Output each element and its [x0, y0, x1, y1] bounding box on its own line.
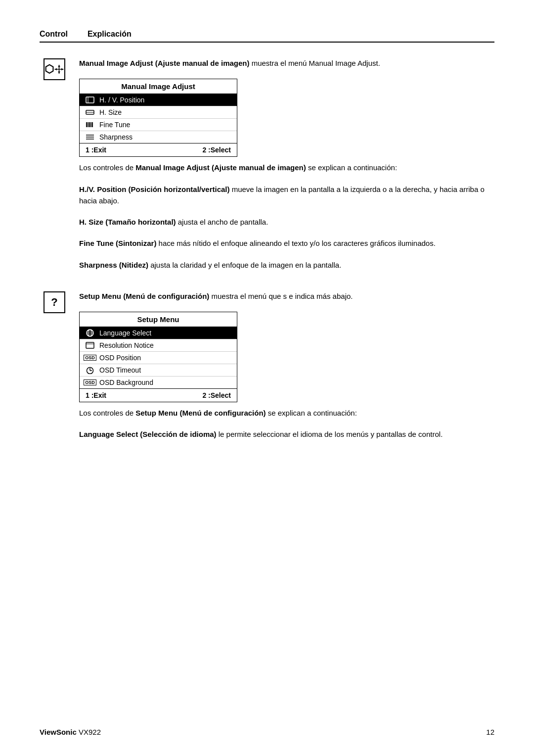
svg-marker-4	[55, 68, 57, 71]
manual-controls-description: Los controles de Manual Image Adjust (Aj…	[79, 162, 494, 173]
hv-pos-bold: H./V. Position (Posición horizontal/vert…	[79, 185, 230, 193]
setup-desc-bold: Setup Menu (Menú de configuración)	[135, 409, 266, 417]
menu-item-osd-background: OSD OSD Background	[80, 377, 237, 388]
manual-image-content: Manual Image Adjust (Ajuste manual de im…	[79, 57, 494, 281]
osd-position-label: OSD Position	[99, 354, 141, 362]
menu-item-language: Language Select	[80, 327, 237, 339]
setup-controls-description: Los controles de Setup Menu (Menú de con…	[79, 407, 494, 419]
svg-rect-6	[86, 97, 94, 103]
menu-item-resolution: Resolution Notice	[80, 339, 237, 352]
finetune-label: Fine Tune	[99, 121, 130, 129]
setup-desc-end: se explican a continuación:	[266, 409, 357, 417]
header-explanation: Explicación	[88, 30, 132, 39]
setup-menu-exit: 1 :Exit	[86, 391, 106, 399]
manual-menu-footer: 1 :Exit 2 :Select	[80, 143, 237, 156]
fine-tune-icon	[86, 121, 94, 128]
setup-menu-table: Setup Menu Language Select	[79, 312, 237, 402]
osd-background-label: OSD Background	[99, 378, 153, 386]
language-select-label: Language Select	[99, 329, 151, 337]
resolution-notice-icon	[86, 342, 94, 349]
language-bold: Language Select (Selección de idioma)	[79, 430, 217, 438]
footer-brand-area: ViewSonic VX922	[40, 728, 101, 736]
svg-marker-5	[61, 68, 64, 71]
hv-position-icon	[86, 96, 94, 103]
sharpness-text: ajusta la claridad y el enfoque de la im…	[148, 261, 341, 269]
h-size-icon	[86, 109, 94, 116]
menu-item-finetune: Fine Tune	[80, 119, 237, 131]
osd-timeout-icon-svg	[86, 366, 94, 374]
manual-desc-end: se explican a continuación:	[306, 163, 397, 172]
hsize-text: ajusta el ancho de pantalla.	[176, 218, 268, 226]
question-icon: ?	[44, 291, 65, 313]
page-number: 12	[486, 728, 494, 736]
manual-image-intro-text: muestra el menú Manual Image Adjust.	[250, 59, 380, 67]
cross-arrows-icon	[54, 62, 64, 76]
svg-rect-23	[86, 342, 94, 348]
manual-desc-prefix: Los controles de	[79, 163, 135, 172]
question-mark: ?	[51, 296, 57, 309]
menu-item-osd-timeout: OSD Timeout	[80, 364, 237, 377]
language-select-desc: Language Select (Selección de idioma) le…	[79, 428, 494, 440]
hv-position-label: H. / V. Position	[99, 96, 144, 104]
brand-name: ViewSonic	[40, 728, 77, 736]
manual-desc-bold: Manual Image Adjust (Ajuste manual de im…	[135, 163, 306, 172]
page-footer: ViewSonic VX922 12	[40, 728, 494, 736]
hsize-bold: H. Size (Tamaño horizontal)	[79, 218, 176, 226]
language-icon	[85, 329, 95, 337]
finetune-bold: Fine Tune (Sintonizar)	[79, 239, 156, 247]
sharpness-label: Sharpness	[99, 133, 133, 141]
osd-background-icon: OSD	[85, 379, 95, 386]
menu-item-hsize: H. Size	[80, 106, 237, 119]
sharpness-icon-svg	[86, 134, 94, 141]
setup-desc-prefix: Los controles de	[79, 409, 135, 417]
setup-intro-text: muestra el menú que s e indica más abajo…	[209, 292, 353, 300]
arrows-icon: ⬡	[44, 63, 54, 76]
header-control: Control	[40, 30, 68, 39]
manual-menu-select: 2 :Select	[202, 146, 231, 154]
language-text: le permite seleccionar el idioma de los …	[217, 430, 443, 438]
manual-image-menu-title: Manual Image Adjust	[80, 79, 237, 94]
header-row: Control Explicación	[40, 30, 494, 43]
setup-menu-content: Setup Menu (Menú de configuración) muest…	[79, 290, 494, 450]
svg-marker-2	[58, 65, 60, 67]
manual-image-icon: ⬡	[44, 58, 65, 80]
setup-menu-title: Setup Menu	[80, 312, 237, 327]
finetune-text: hace más nítido el enfoque alineando el …	[156, 239, 436, 247]
resolution-label: Resolution Notice	[99, 341, 154, 349]
hsize-icon	[85, 109, 95, 116]
manual-menu-exit: 1 :Exit	[86, 146, 106, 154]
resolution-icon	[85, 342, 95, 349]
osd-bg-text-label: OSD	[84, 379, 96, 386]
sharpness-desc: Sharpness (Nitidez) ajusta la claridad y…	[79, 259, 494, 271]
brand-model: VX922	[77, 728, 101, 736]
manual-image-intro-bold: Manual Image Adjust (Ajuste manual de im…	[79, 59, 250, 67]
setup-menu-icon-cell: ?	[40, 290, 69, 313]
sharpness-bold: Sharpness (Nitidez)	[79, 261, 148, 269]
menu-item-sharpness: Sharpness	[80, 131, 237, 143]
manual-image-adjust-section: ⬡ Manual Image Adjust (Ajuste manual de …	[40, 57, 494, 281]
osd-timeout-icon	[85, 366, 95, 374]
osd-text-label: OSD	[84, 355, 96, 361]
osd-timeout-label: OSD Timeout	[99, 366, 141, 374]
svg-marker-3	[58, 72, 60, 74]
language-select-icon	[86, 329, 94, 337]
setup-menu-intro: Setup Menu (Menú de configuración) muest…	[79, 290, 494, 302]
manual-image-icon-cell: ⬡	[40, 57, 69, 80]
setup-menu-section: ? Setup Menu (Menú de configuración) mue…	[40, 290, 494, 450]
osd-position-icon: OSD	[85, 355, 95, 361]
hv-position-desc: H./V. Position (Posición horizontal/vert…	[79, 184, 494, 207]
menu-item-hv-position: H. / V. Position	[80, 94, 237, 106]
hsize-label: H. Size	[99, 108, 122, 116]
manual-image-menu-table: Manual Image Adjust H. / V. Position	[79, 79, 237, 157]
finetune-desc: Fine Tune (Sintonizar) hace más nítido e…	[79, 237, 494, 249]
manual-image-intro: Manual Image Adjust (Ajuste manual de im…	[79, 57, 494, 69]
setup-intro-bold: Setup Menu (Menú de configuración)	[79, 292, 209, 300]
hv-icon	[85, 96, 95, 103]
finetune-icon	[85, 121, 95, 128]
hsize-desc: H. Size (Tamaño horizontal) ajusta el an…	[79, 216, 494, 228]
setup-menu-footer: 1 :Exit 2 :Select	[80, 388, 237, 402]
menu-item-osd-position: OSD OSD Position	[80, 352, 237, 364]
setup-menu-select: 2 :Select	[202, 391, 231, 399]
sharpness-icon	[85, 134, 95, 141]
